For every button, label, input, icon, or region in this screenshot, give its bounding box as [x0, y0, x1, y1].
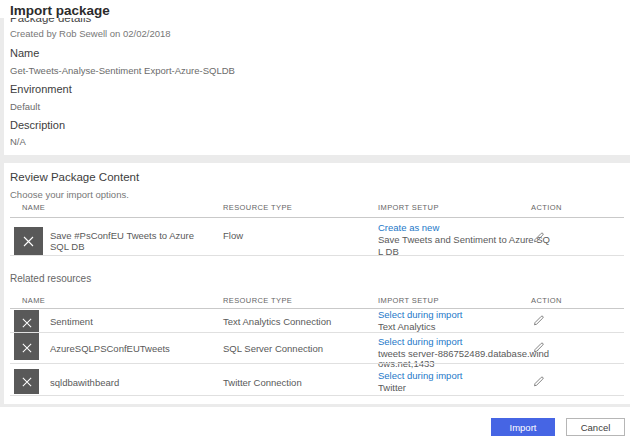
- cancel-button[interactable]: Cancel: [566, 418, 625, 436]
- select-during-import-link[interactable]: Select during import: [378, 336, 462, 347]
- x-placeholder-icon: [14, 369, 39, 394]
- row-divider: [10, 332, 624, 333]
- row-divider: [10, 363, 624, 364]
- resource-type: Flow: [223, 230, 373, 241]
- column-header-import-setup: IMPORT SETUP: [378, 296, 439, 305]
- select-during-import-link[interactable]: Select during import: [378, 309, 462, 320]
- review-package-card: Review Package Content Choose your impor…: [4, 163, 630, 404]
- column-header-resource-type: RESOURCE TYPE: [223, 296, 292, 305]
- table-header-divider: [10, 217, 624, 218]
- import-options-subheading: Choose your import options.: [10, 189, 129, 200]
- setup-description-line: Text Analytics: [378, 321, 524, 332]
- import-button[interactable]: Import: [491, 418, 555, 436]
- description-field-value: N/A: [10, 136, 26, 147]
- content-region: Package details Created by Rob Sewell on…: [0, 18, 630, 407]
- row-divider: [10, 255, 624, 256]
- pencil-icon[interactable]: [532, 229, 545, 242]
- pencil-icon[interactable]: [532, 339, 545, 352]
- environment-field-value: Default: [10, 101, 40, 112]
- column-header-import-setup: IMPORT SETUP: [378, 203, 439, 212]
- column-header-name: NAME: [22, 296, 45, 305]
- created-by-text: Created by Rob Sewell on 02/02/2018: [10, 28, 171, 39]
- select-during-import-link[interactable]: Select during import: [378, 370, 462, 381]
- description-field-label: Description: [10, 119, 65, 131]
- setup-description-line: Twitter: [378, 382, 524, 393]
- resource-type: SQL Server Connection: [223, 343, 373, 354]
- resource-name: sqldbawithbeard: [50, 377, 215, 388]
- resource-name: AzureSQLPSConfEUTweets: [50, 343, 215, 354]
- environment-field-label: Environment: [10, 83, 72, 95]
- resource-type: Twitter Connection: [223, 377, 373, 388]
- name-field-label: Name: [10, 47, 39, 59]
- import-package-page: Import package Package details Created b…: [0, 0, 630, 442]
- x-placeholder-icon: [14, 335, 39, 360]
- column-header-action: ACTION: [531, 203, 562, 212]
- package-details-card: Package details Created by Rob Sewell on…: [4, 18, 630, 155]
- x-placeholder-icon: [14, 227, 43, 256]
- resource-name: Save #PsConfEU Tweets to Azure SQL DB: [50, 230, 215, 252]
- setup-description-line: Save Tweets and Sentiment to Azure SQ: [378, 234, 524, 245]
- name-field-value: Get-Tweets-Analyse-Sentiment Export-Azur…: [10, 65, 235, 76]
- review-content-heading: Review Package Content: [10, 171, 139, 183]
- pencil-icon[interactable]: [532, 312, 545, 325]
- column-header-action: ACTION: [531, 296, 562, 305]
- resource-name: Sentiment: [50, 316, 215, 327]
- package-details-heading: Package details: [10, 18, 91, 24]
- pencil-icon[interactable]: [532, 373, 545, 386]
- column-header-name: NAME: [22, 203, 45, 212]
- create-as-new-link[interactable]: Create as new: [378, 222, 439, 233]
- table-header-divider: [10, 308, 624, 309]
- column-header-resource-type: RESOURCE TYPE: [223, 203, 292, 212]
- related-resources-heading: Related resources: [10, 273, 91, 284]
- page-title: Import package: [10, 3, 110, 18]
- resource-type: Text Analytics Connection: [223, 316, 373, 327]
- row-divider: [10, 395, 624, 396]
